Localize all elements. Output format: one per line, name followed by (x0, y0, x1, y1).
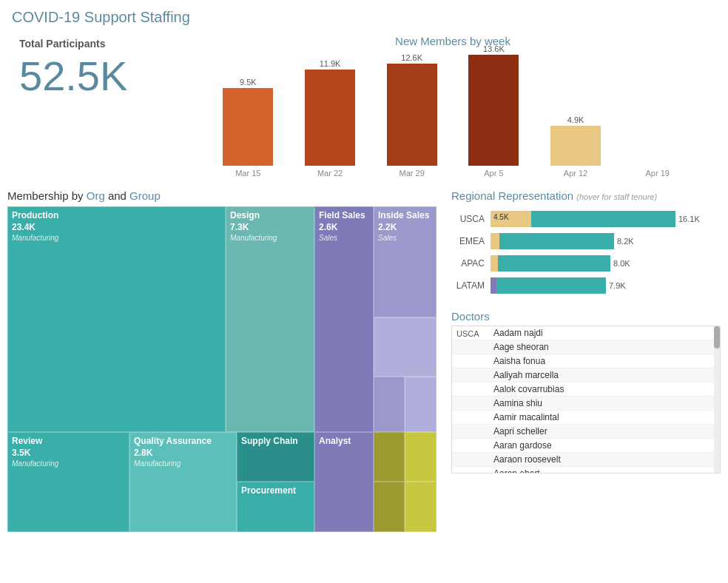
doctor-row[interactable]: Aamir macalintal (452, 411, 720, 425)
bar-x-label: Apr 12 (564, 169, 587, 178)
bar-x-label: Mar 29 (400, 169, 425, 178)
doctor-name: Aaran gardose (489, 439, 720, 453)
treemap-cell-analyst[interactable]: Analyst (314, 432, 374, 532)
doctor-region (452, 340, 489, 354)
treemap-cell-small1[interactable] (374, 432, 405, 482)
bar-chart-section: New Members by week 9.5KMar 1511.9KMar 2… (185, 30, 721, 182)
bar-group: 13.6KApr 5 (453, 44, 535, 178)
doctors-list[interactable]: USCAAadam najdiAage sheoranAaisha fonuaA… (451, 326, 721, 474)
regional-bar-segment (491, 255, 498, 272)
doctor-row[interactable]: USCAAadam najdi (452, 326, 720, 340)
bar (550, 126, 601, 166)
doctor-row[interactable]: Aamina shiu (452, 397, 720, 411)
bar-chart-container: 9.5KMar 1511.9KMar 2212.6KMar 2913.6KApr… (192, 52, 713, 178)
doctor-row[interactable]: Aalok covarrubias (452, 383, 720, 397)
regional-row-label: LATAM (451, 280, 485, 291)
doctor-region: USCA (452, 326, 489, 340)
cell-title: Production (12, 210, 221, 222)
cell-value: 2.8K (134, 448, 232, 459)
treemap-cell-label: Supply Chain (237, 433, 314, 451)
bar-value-label: 13.6K (483, 44, 505, 53)
treemap-cell-inside-sales4[interactable] (405, 377, 437, 432)
scrollbar[interactable] (714, 326, 720, 473)
treemap-cell-label: Inside Sales2.2KSales (374, 207, 436, 246)
treemap-cell-field-sales[interactable]: Field Sales2.6KSales (314, 206, 374, 432)
doctor-row[interactable]: Aaran gardose (452, 439, 720, 453)
treemap-cell-label: Production23.4KManufacturing (8, 207, 225, 246)
treemap-cell-review[interactable]: Review3.5KManufacturing (7, 432, 129, 532)
treemap-cell-supply-chain[interactable]: Supply Chain (237, 432, 314, 482)
regional-bar-total: 8.0K (613, 259, 630, 268)
bar-x-label: Mar 22 (317, 169, 343, 178)
bar (305, 70, 355, 166)
treemap-cell-label: Review3.5KManufacturing (8, 433, 129, 471)
membership-section-title: Membership by Org and Group (7, 189, 444, 202)
regional-segment-value: 4.5K (493, 213, 509, 221)
cell-value: 3.5K (12, 448, 125, 459)
doctor-row[interactable]: Aaraon roosevelt (452, 453, 720, 467)
doctor-region (452, 368, 489, 383)
doctors-table: USCAAadam najdiAage sheoranAaisha fonuaA… (452, 326, 720, 474)
regional-row-label: USCA (451, 214, 485, 224)
scrollbar-thumb[interactable] (714, 326, 720, 348)
doctor-name: Aadam najdi (489, 326, 720, 340)
bar-x-label: Apr 19 (645, 169, 669, 178)
cell-title: Inside Sales (378, 210, 432, 222)
doctor-row[interactable]: Aage sheoran (452, 340, 720, 354)
page-title: COVID-19 Support Staffing (0, 0, 728, 30)
cell-value: 2.2K (378, 222, 432, 234)
doctor-row[interactable]: Aaren ebert (452, 467, 720, 474)
cell-title: Procurement (241, 485, 310, 497)
treemap-cell-small2[interactable] (405, 432, 437, 482)
regional-bar-segment (491, 233, 499, 249)
cell-subtitle: Manufacturing (12, 233, 221, 243)
cell-subtitle: Sales (378, 233, 432, 243)
bar (468, 55, 519, 166)
treemap-cell-small3[interactable] (374, 482, 405, 532)
regional-bar-segment (498, 255, 610, 272)
total-participants-panel: Total Participants 52.5K (7, 30, 178, 182)
cell-title: Field Sales (319, 210, 369, 222)
doctor-region (452, 397, 489, 411)
doctors-title: Doctors (451, 310, 721, 323)
treemap-cell-procurement[interactable]: Procurement (237, 482, 314, 532)
doctor-region (452, 467, 489, 474)
cell-subtitle: Manufacturing (12, 459, 125, 468)
bar-value-label: 9.5K (240, 78, 257, 87)
cell-value: 23.4K (12, 222, 221, 234)
doctor-name: Aamir macalintal (489, 411, 720, 425)
treemap-cell-inside-sales2[interactable] (374, 317, 437, 377)
regional-bar-total: 7.9K (609, 281, 626, 290)
regional-bar-container: 7.9K (491, 277, 721, 294)
cell-value: 7.3K (230, 222, 310, 234)
treemap-cell-small4[interactable] (405, 482, 437, 532)
cell-subtitle: Manufacturing (230, 233, 310, 243)
bar-group: 4.9KApr 12 (535, 115, 617, 178)
bar-group: 9.5KMar 15 (207, 78, 289, 178)
regional-row: USCA16.1K4.5K (451, 211, 721, 227)
bar-x-label: Apr 5 (484, 169, 503, 178)
doctor-row[interactable]: Aaisha fonua (452, 354, 720, 368)
treemap-cell-qa[interactable]: Quality Assurance2.8KManufacturing (129, 432, 237, 532)
treemap-cell-label: Procurement (237, 482, 314, 500)
bar-group: Apr 19 (616, 164, 698, 178)
regional-row-label: APAC (451, 258, 485, 269)
bar-group: 12.6KMar 29 (371, 53, 453, 178)
bar-value-label: 12.6K (401, 53, 422, 62)
doctor-row[interactable]: Aapri scheller (452, 425, 720, 439)
doctor-name: Aapri scheller (489, 425, 720, 439)
cell-title: Design (230, 210, 310, 222)
doctor-row[interactable]: Aaliyah marcella (452, 368, 720, 383)
treemap-cell-production[interactable]: Production23.4KManufacturing (7, 206, 226, 432)
doctor-name: Aaisha fonua (489, 354, 720, 368)
doctor-name: Aamina shiu (489, 397, 720, 411)
treemap-cell-design[interactable]: Design7.3KManufacturing (226, 206, 314, 432)
treemap-cell-inside-sales3[interactable] (374, 377, 405, 432)
doctor-name: Aaraon roosevelt (489, 453, 720, 467)
cell-title: Analyst (319, 436, 369, 448)
cell-subtitle: Sales (319, 233, 369, 243)
doctor-region (452, 453, 489, 467)
regional-row-label: EMEA (451, 236, 485, 246)
doctor-region (452, 383, 489, 397)
treemap-cell-inside-sales[interactable]: Inside Sales2.2KSales (374, 206, 437, 317)
